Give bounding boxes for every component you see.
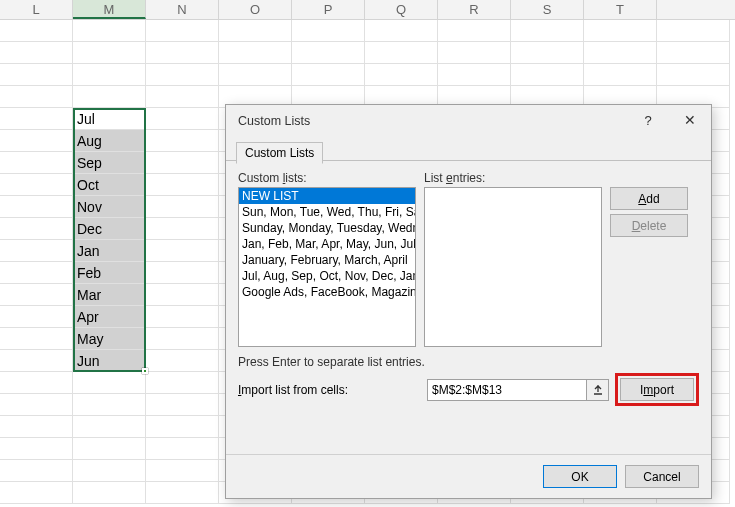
list-item[interactable]: January, February, March, April — [239, 252, 415, 268]
cell[interactable] — [0, 438, 73, 460]
cell[interactable] — [657, 20, 730, 42]
ok-button[interactable]: OK — [543, 465, 617, 488]
cell[interactable] — [146, 174, 219, 196]
cell[interactable] — [0, 306, 73, 328]
list-item[interactable]: Sunday, Monday, Tuesday, Wednesday — [239, 220, 415, 236]
cell[interactable] — [73, 86, 146, 108]
column-header[interactable]: S — [511, 0, 584, 19]
cell[interactable] — [146, 196, 219, 218]
collapse-dialog-icon[interactable] — [586, 380, 608, 400]
cell[interactable]: Aug — [73, 130, 146, 152]
cell[interactable] — [146, 460, 219, 482]
cell[interactable] — [365, 64, 438, 86]
cell[interactable] — [73, 20, 146, 42]
help-button[interactable]: ? — [627, 105, 669, 135]
column-header[interactable]: L — [0, 0, 73, 19]
cell[interactable]: Dec — [73, 218, 146, 240]
cell[interactable] — [438, 42, 511, 64]
cell[interactable] — [584, 64, 657, 86]
cell[interactable] — [365, 42, 438, 64]
cell[interactable]: Feb — [73, 262, 146, 284]
range-input[interactable] — [428, 380, 586, 400]
cell[interactable] — [0, 196, 73, 218]
cell[interactable] — [365, 20, 438, 42]
cell[interactable] — [0, 284, 73, 306]
cell[interactable] — [584, 20, 657, 42]
list-item[interactable]: Google Ads, FaceBook, Magazines — [239, 284, 415, 300]
cell[interactable] — [146, 394, 219, 416]
add-button[interactable]: Add — [610, 187, 688, 210]
cell[interactable] — [219, 20, 292, 42]
cell[interactable] — [438, 20, 511, 42]
cell[interactable] — [146, 130, 219, 152]
column-header[interactable]: M — [73, 0, 146, 19]
cell[interactable] — [146, 42, 219, 64]
cell[interactable] — [0, 240, 73, 262]
cell[interactable] — [0, 394, 73, 416]
list-item[interactable]: NEW LIST — [239, 188, 415, 204]
cell[interactable] — [146, 372, 219, 394]
cell[interactable] — [511, 64, 584, 86]
fill-handle[interactable] — [142, 368, 148, 374]
cell[interactable] — [0, 20, 73, 42]
custom-lists-listbox[interactable]: NEW LISTSun, Mon, Tue, Wed, Thu, Fri, Sa… — [238, 187, 416, 347]
cell[interactable] — [73, 42, 146, 64]
cell[interactable] — [0, 152, 73, 174]
cell[interactable] — [73, 372, 146, 394]
cell[interactable]: Sep — [73, 152, 146, 174]
cell[interactable] — [146, 284, 219, 306]
cell[interactable] — [146, 108, 219, 130]
cell[interactable] — [511, 42, 584, 64]
cell[interactable]: Jul — [73, 108, 146, 130]
column-header[interactable]: P — [292, 0, 365, 19]
cell[interactable] — [146, 20, 219, 42]
cell[interactable] — [0, 482, 73, 504]
tab-custom-lists[interactable]: Custom Lists — [236, 142, 323, 164]
cell[interactable] — [0, 64, 73, 86]
cell[interactable] — [73, 394, 146, 416]
cell[interactable] — [146, 218, 219, 240]
cell[interactable] — [511, 20, 584, 42]
cell[interactable] — [146, 152, 219, 174]
cell[interactable] — [146, 64, 219, 86]
cell[interactable] — [219, 64, 292, 86]
cell[interactable] — [146, 86, 219, 108]
cancel-button[interactable]: Cancel — [625, 465, 699, 488]
list-item[interactable]: Sun, Mon, Tue, Wed, Thu, Fri, Sat — [239, 204, 415, 220]
cell[interactable] — [0, 108, 73, 130]
cell[interactable] — [0, 328, 73, 350]
cell[interactable] — [146, 262, 219, 284]
cell[interactable] — [146, 416, 219, 438]
list-entries-textarea[interactable] — [424, 187, 602, 347]
cell[interactable] — [0, 416, 73, 438]
cell[interactable] — [438, 64, 511, 86]
cell[interactable] — [146, 306, 219, 328]
cell[interactable] — [146, 438, 219, 460]
cell[interactable]: Mar — [73, 284, 146, 306]
cell[interactable] — [0, 460, 73, 482]
cell[interactable] — [292, 20, 365, 42]
list-item[interactable]: Jul, Aug, Sep, Oct, Nov, Dec, Jan — [239, 268, 415, 284]
cell[interactable] — [657, 64, 730, 86]
cell[interactable] — [146, 240, 219, 262]
cell[interactable] — [584, 42, 657, 64]
cell[interactable] — [146, 350, 219, 372]
cell[interactable] — [0, 174, 73, 196]
cell[interactable]: Nov — [73, 196, 146, 218]
cell[interactable]: Apr — [73, 306, 146, 328]
cell[interactable] — [146, 328, 219, 350]
cell[interactable] — [292, 64, 365, 86]
column-header[interactable]: R — [438, 0, 511, 19]
cell[interactable] — [292, 42, 365, 64]
column-header[interactable]: N — [146, 0, 219, 19]
cell[interactable] — [73, 64, 146, 86]
cell[interactable] — [73, 460, 146, 482]
cell[interactable]: May — [73, 328, 146, 350]
cell[interactable]: Jan — [73, 240, 146, 262]
cell[interactable] — [0, 372, 73, 394]
cell[interactable] — [0, 262, 73, 284]
cell[interactable] — [73, 438, 146, 460]
cell[interactable] — [73, 482, 146, 504]
cell[interactable] — [657, 42, 730, 64]
import-button[interactable]: Import — [620, 378, 694, 401]
